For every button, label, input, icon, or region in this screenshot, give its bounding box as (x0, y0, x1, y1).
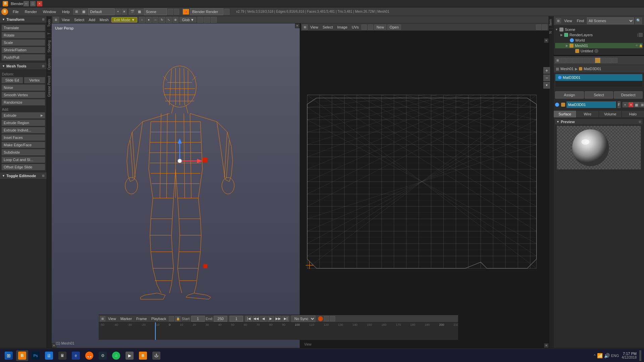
viewport-type-icon[interactable]: ⊞ (53, 17, 59, 23)
add-menu[interactable]: Add (87, 17, 97, 22)
object-prop-icon[interactable] (578, 58, 583, 63)
start-btn[interactable]: ⊞ (3, 350, 15, 361)
mat-clear-btn[interactable]: ✕ (628, 102, 634, 107)
assign-btn[interactable]: Assign (555, 91, 584, 99)
view-tab-btn[interactable]: View (562, 18, 574, 23)
tree-mesh01[interactable]: ▶ Mesh01 👁 🔒 (555, 43, 643, 48)
uv-uvs-menu[interactable]: UVs (350, 25, 360, 30)
uv-icon2[interactable] (542, 24, 547, 30)
taskbar-calc-icon[interactable]: 🖩 (56, 350, 68, 361)
tray-volume-icon[interactable]: 🔊 (604, 353, 610, 358)
transform-section-header[interactable]: ▼ Transform ⊞ (0, 16, 47, 23)
smooth-vertex-btn[interactable]: Smooth Vertex (1, 92, 45, 98)
renderer-input[interactable] (190, 8, 224, 15)
uv-image-menu[interactable]: Image (336, 25, 349, 30)
mesh-tools-section-header[interactable]: ▼ Mesh Tools ⊞ (0, 63, 47, 70)
prev-keyframe-btn[interactable]: ◀ (260, 316, 267, 322)
vertex-btn[interactable]: Vertex (24, 77, 46, 84)
taskbar-explorer-icon[interactable]: 🖥 (43, 350, 55, 361)
translate-btn[interactable]: Translate (1, 24, 45, 31)
mat-add-slot-btn[interactable]: + (623, 102, 628, 107)
surface-tab[interactable]: Surface (554, 111, 577, 117)
texture-prop-icon[interactable] (601, 58, 606, 63)
timeline-toggle-icon[interactable] (169, 316, 174, 321)
untitled-circle-icon[interactable] (594, 49, 598, 53)
render-prop-icon[interactable] (561, 58, 566, 63)
mesh01-lock-icon[interactable]: 🔒 (639, 44, 643, 47)
layout-icon[interactable]: ▦ (81, 9, 87, 15)
close-button[interactable]: ✕ (37, 1, 42, 6)
minimize-button[interactable]: ─ (23, 1, 29, 6)
scale-btn[interactable]: Scale (1, 39, 45, 46)
outliner-type-icon[interactable]: ⊞ (556, 18, 561, 23)
material-prop-icon[interactable] (595, 58, 600, 63)
item-tab[interactable]: Item (549, 16, 553, 28)
taskbar-blender-icon[interactable]: B (16, 350, 28, 361)
prop-type-icon[interactable]: ⊞ (555, 58, 560, 63)
grease-tab[interactable]: Grease Pencil (47, 73, 52, 100)
scene-icon[interactable]: 🎬 (129, 9, 136, 15)
noise-btn[interactable]: Noise (1, 84, 45, 91)
end-input[interactable] (214, 316, 227, 322)
preview-header[interactable]: ▼ Preview ⊞ (555, 119, 643, 124)
find-tab-btn[interactable]: Find (575, 18, 586, 23)
renderer-menu-btn[interactable] (224, 9, 230, 15)
viewport-scale-icon[interactable]: ⤡ (166, 17, 172, 23)
push-pull-btn[interactable]: Push/Pull (1, 54, 45, 61)
taskbar-photoshop-icon[interactable]: Ps (30, 350, 42, 361)
prev-frame-btn[interactable]: ◀◀ (253, 316, 259, 322)
randomize-btn[interactable]: Randomize (1, 99, 45, 106)
inset-faces-btn[interactable]: Inset Faces (1, 134, 45, 141)
sync-select[interactable]: No Sync (291, 315, 315, 322)
halo-tab[interactable]: Halo (622, 111, 644, 117)
menu-file[interactable]: File (10, 9, 21, 14)
tray-network-icon[interactable]: 📶 (597, 353, 603, 358)
timeline-lock-icon[interactable]: 🔒 (175, 316, 181, 321)
mat-list-item[interactable]: MatD3D01 (555, 74, 642, 81)
menu-help[interactable]: Help (59, 9, 72, 14)
snap-icon[interactable] (197, 17, 203, 23)
extrude-region-btn[interactable]: Extrude Region (1, 119, 45, 126)
uv-icon1[interactable] (536, 24, 541, 30)
rotate-btn[interactable]: Rotate (1, 32, 45, 39)
mesh01-eye-icon[interactable]: 👁 (635, 44, 638, 47)
uv-select-menu[interactable]: Select (321, 25, 335, 30)
select-menu[interactable]: Select (72, 17, 86, 22)
slide-edge-btn[interactable]: Slide Ed (1, 77, 23, 84)
record-btn[interactable] (318, 316, 323, 321)
toggle-editmode-header[interactable]: ▼ Toggle Editmode ⊞ (0, 172, 47, 179)
scenes-select[interactable]: All Scenes (587, 17, 634, 24)
orientation-btn[interactable]: Glob ▼ (180, 17, 196, 22)
add-layout-btn[interactable]: + (115, 9, 121, 15)
taskbar-firefox-icon[interactable]: 🦊 (83, 350, 95, 361)
tray-arrow-icon[interactable]: ^ (594, 354, 595, 358)
maximize-button[interactable]: □ (30, 1, 36, 6)
jump-end-btn[interactable]: ▶| (282, 316, 289, 322)
layout-input[interactable] (88, 8, 115, 15)
viewport-rotate-icon[interactable]: ↻ (159, 17, 165, 23)
viewport-transform-icon[interactable]: ⊕ (172, 17, 179, 23)
scene-input[interactable] (144, 8, 167, 15)
transform-tab[interactable]: T (47, 30, 52, 37)
menu-window[interactable]: Window (40, 9, 59, 14)
shading-tab[interactable]: Shading (47, 37, 52, 55)
taskbar-media-icon[interactable]: ▶ (123, 350, 136, 361)
timeline-marker-menu[interactable]: Marker (119, 316, 134, 321)
render-layers-options-icon[interactable] (639, 33, 643, 37)
remove-scene-btn[interactable] (174, 9, 179, 15)
uv-type-icon[interactable]: ⊞ (302, 24, 308, 30)
wire-tab[interactable]: Wire (577, 111, 599, 117)
scene-prop-icon[interactable] (566, 58, 572, 63)
physics-prop-icon[interactable] (612, 58, 617, 63)
world-prop-icon[interactable] (572, 58, 578, 63)
renderer-icon[interactable]: 🔺 (183, 9, 189, 15)
tools-tab[interactable]: Tools (47, 16, 52, 30)
mirror-icon[interactable] (211, 17, 217, 23)
deselect-btn[interactable]: Deselect (614, 91, 643, 99)
uv-view-menu[interactable]: View (309, 25, 320, 30)
extrude-individ-btn[interactable]: Extrude Individ... (1, 127, 45, 134)
keyframe-btn1[interactable] (324, 316, 329, 321)
layout-grid-icon[interactable]: ⊞ (73, 9, 80, 15)
loop-cut-btn[interactable]: Loop Cut and Sl... (1, 156, 45, 163)
timeline-view-menu[interactable]: View (106, 316, 118, 321)
